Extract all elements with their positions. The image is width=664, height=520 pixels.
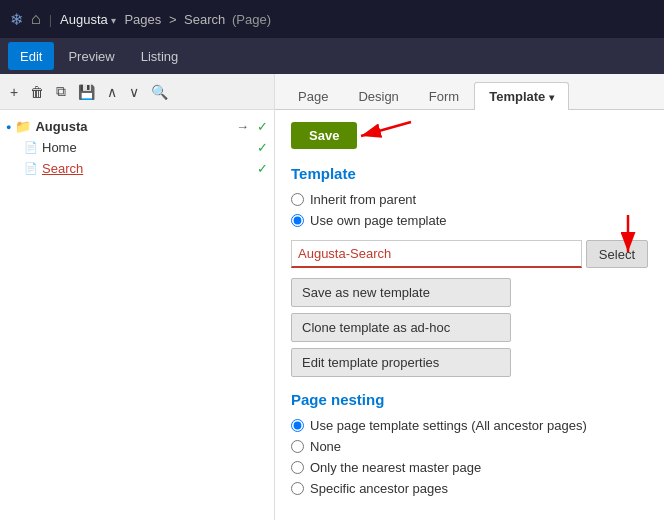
save-tree-button[interactable]: 💾: [74, 82, 99, 102]
nesting-option-2[interactable]: Only the nearest master page: [291, 460, 648, 475]
move-up-button[interactable]: ∧: [103, 82, 121, 102]
tree-toolbar: + 🗑 ⧉ 💾 ∧ ∨ 🔍: [0, 74, 274, 110]
add-button[interactable]: +: [6, 82, 22, 102]
home-check-icon: ✓: [257, 140, 268, 155]
page-nesting-title: Page nesting: [291, 391, 648, 408]
root-folder-icon: 📁: [15, 119, 31, 134]
nesting-option-0[interactable]: Use page template settings (All ancestor…: [291, 418, 648, 433]
home-icon[interactable]: ⌂: [31, 10, 41, 28]
tab-form[interactable]: Form: [414, 82, 474, 110]
home-page-icon: 📄: [24, 141, 38, 154]
right-panel: Page Design Form Template ▾ Save: [275, 74, 664, 520]
svg-line-1: [361, 122, 411, 136]
root-check: ✓: [257, 119, 268, 134]
nesting-radio-group: Use page template settings (All ancestor…: [291, 418, 648, 496]
radio-inherit[interactable]: Inherit from parent: [291, 192, 648, 207]
sub-nav: Edit Preview Listing: [0, 38, 664, 74]
left-panel: + 🗑 ⧉ 💾 ∧ ∨ 🔍 ● 📁 Augusta → ✓ 📄 Home ✓: [0, 74, 275, 520]
divider: |: [49, 12, 52, 27]
template-input-row: Select: [291, 240, 648, 268]
radio-inherit-input[interactable]: [291, 193, 304, 206]
copy-button[interactable]: ⧉: [52, 81, 70, 102]
search-button[interactable]: 🔍: [147, 82, 172, 102]
snowflake-icon: ❄: [10, 10, 23, 29]
nesting-radio-1[interactable]: [291, 440, 304, 453]
preview-tab[interactable]: Preview: [56, 42, 126, 70]
template-name-input[interactable]: [291, 240, 582, 268]
page-tree: ● 📁 Augusta → ✓ 📄 Home ✓ 📄 Search ✓: [0, 110, 274, 520]
root-arrow: →: [236, 119, 249, 134]
nesting-radio-2[interactable]: [291, 461, 304, 474]
nesting-option-1[interactable]: None: [291, 439, 648, 454]
radio-own[interactable]: Use own page template: [291, 213, 648, 228]
edit-template-props-button[interactable]: Edit template properties: [291, 348, 511, 377]
tab-template[interactable]: Template ▾: [474, 82, 569, 110]
root-label: Augusta: [35, 119, 87, 134]
search-page-icon: 📄: [24, 162, 38, 175]
search-check-icon: ✓: [257, 161, 268, 176]
nesting-radio-3[interactable]: [291, 482, 304, 495]
listing-tab[interactable]: Listing: [129, 42, 191, 70]
tab-bar: Page Design Form Template ▾: [275, 74, 664, 110]
top-bar: ❄ ⌂ | Augusta ▾ Pages > Search (Page): [0, 0, 664, 38]
breadcrumb: Pages > Search (Page): [124, 12, 271, 27]
delete-button[interactable]: 🗑: [26, 82, 48, 102]
move-down-button[interactable]: ∨: [125, 82, 143, 102]
radio-group-template: Inherit from parent Use own page templat…: [291, 192, 648, 228]
select-template-button[interactable]: Select: [586, 240, 648, 268]
site-name[interactable]: Augusta ▾: [60, 12, 116, 27]
tree-root-item[interactable]: ● 📁 Augusta → ✓: [4, 116, 270, 137]
tab-page[interactable]: Page: [283, 82, 343, 110]
tree-item-search[interactable]: 📄 Search ✓: [4, 158, 270, 179]
radio-own-input[interactable]: [291, 214, 304, 227]
nesting-option-3[interactable]: Specific ancestor pages: [291, 481, 648, 496]
tab-design[interactable]: Design: [343, 82, 413, 110]
tree-item-home[interactable]: 📄 Home ✓: [4, 137, 270, 158]
root-dot: ●: [6, 122, 11, 132]
search-page-label: Search: [42, 161, 83, 176]
edit-tab[interactable]: Edit: [8, 42, 54, 70]
home-page-label: Home: [42, 140, 77, 155]
nesting-radio-0[interactable]: [291, 419, 304, 432]
clone-template-button[interactable]: Clone template as ad-hoc: [291, 313, 511, 342]
save-new-template-button[interactable]: Save as new template: [291, 278, 511, 307]
save-button[interactable]: Save: [291, 122, 357, 149]
template-section-title: Template: [291, 165, 648, 182]
content-area: Save Template Inherit from parent: [275, 110, 664, 520]
main-layout: + 🗑 ⧉ 💾 ∧ ∨ 🔍 ● 📁 Augusta → ✓ 📄 Home ✓: [0, 74, 664, 520]
save-arrow: [351, 112, 431, 152]
